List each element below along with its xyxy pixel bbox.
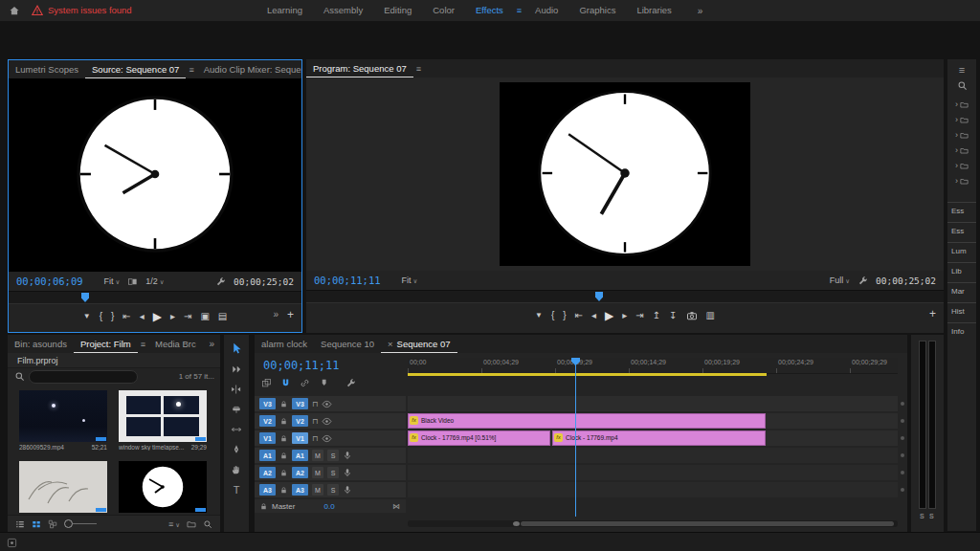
voiceover-mic-icon[interactable] [343,485,352,495]
project-item-thumbnail-clock[interactable] [119,461,207,513]
extract-button[interactable]: ↧ [669,311,677,320]
dock-panel-menu-icon[interactable]: ≡ [947,62,976,77]
source-patch-v2[interactable]: V2 [259,415,276,427]
meter-solo-right[interactable]: S [929,513,934,519]
tab-bin-sounds[interactable]: Bin: asounds [8,335,74,353]
workspace-tab-color[interactable]: Color [422,0,465,21]
overwrite-button[interactable]: ▤ [218,312,227,321]
dock-panel-label-libraries[interactable]: Lib [947,262,976,282]
project-search-input[interactable] [29,370,138,384]
mark-in-button[interactable]: { [100,312,102,321]
track-lock-icon[interactable] [279,486,288,495]
tab-sequence-alarm-clock[interactable]: alarm clock [255,335,314,353]
list-view-icon[interactable] [15,519,25,529]
source-zoom-select[interactable]: Fit∨ [104,276,121,286]
nest-toggle-icon[interactable] [261,378,272,388]
sort-icon[interactable]: ≡∨ [168,519,180,529]
insert-button[interactable]: ▣ [200,312,209,321]
dock-collapsed-bin-4[interactable]: › [947,143,976,158]
master-track-level[interactable]: 0.0 [323,502,334,511]
warning-text[interactable]: System issues found [48,0,132,21]
zoom-slider[interactable] [64,519,97,529]
project-item-label[interactable]: window sky timelapse...29;29 [119,444,207,451]
program-button-editor-add[interactable]: + [929,307,936,320]
source-scrubber[interactable] [9,291,301,304]
ripple-edit-tool[interactable] [231,379,242,399]
step-back-button[interactable]: ◂ [140,312,145,321]
dock-panel-label-history[interactable]: Hist [947,302,976,322]
snap-icon[interactable] [280,378,291,388]
source-playhead[interactable] [81,293,89,302]
dock-panel-label-info[interactable]: Info [947,322,976,342]
track-visibility-eye-icon[interactable] [322,433,332,444]
dock-collapsed-bin-5[interactable]: › [947,158,976,173]
new-bin-icon[interactable] [187,519,196,529]
track-target-a1[interactable]: A1 [292,450,308,461]
dock-panel-label-markers[interactable]: Mar [947,282,976,302]
add-marker-button[interactable]: ▼ [535,312,543,320]
status-icon[interactable] [7,538,17,548]
step-back-button[interactable]: ◂ [591,311,596,320]
program-panel-menu-icon[interactable]: ≡ [413,64,424,74]
track-select-forward-tool[interactable] [231,359,242,379]
mark-out-button[interactable]: } [563,311,566,320]
track-lock-icon[interactable] [279,417,288,426]
project-tabs-overflow-icon[interactable]: » [203,339,220,349]
find-icon[interactable] [203,519,212,529]
export-frame-button[interactable] [686,310,698,321]
source-button-editor-overflow-icon[interactable]: » [273,309,278,320]
tab-source-sequence[interactable]: Source: Sequence 07 [85,60,186,78]
tab-project-film[interactable]: Project: Film [74,335,138,353]
workspace-tab-effects[interactable]: Effects [465,0,514,21]
sync-lock-icon[interactable]: ⊓ [312,417,318,426]
track-target-v3[interactable]: V3 [292,398,308,409]
track-lock-icon[interactable] [279,434,288,443]
freeform-view-icon[interactable] [48,519,57,529]
tab-sequence-10[interactable]: Sequence 10 [314,335,381,353]
timeline-settings-wrench-icon[interactable] [345,378,356,388]
project-item-thumbnail-window-sky[interactable] [119,390,207,442]
project-panel-menu-icon[interactable]: ≡ [138,340,148,349]
track-lock-icon[interactable] [279,452,288,460]
dock-search-icon[interactable] [947,77,976,93]
track-visibility-eye-icon[interactable] [322,399,332,409]
solo-button-a1[interactable]: S [327,450,339,461]
track-lane-v3[interactable] [408,396,898,411]
go-to-in-button[interactable]: ⇤ [122,312,130,321]
pen-tool[interactable] [231,439,242,459]
dock-collapsed-bin-1[interactable]: › [947,97,976,112]
dock-collapsed-bin-6[interactable]: › [947,173,976,188]
track-lane-a3[interactable] [408,482,898,497]
mute-button-a1[interactable]: M [312,450,323,461]
source-patch-a3[interactable]: A3 [259,484,276,496]
source-dual-view-icon[interactable] [127,276,138,287]
project-item-thumbnail-night-sky[interactable] [19,390,107,442]
program-viewer[interactable] [306,77,944,271]
track-target-a2[interactable]: A2 [292,467,308,478]
track-lane-v1[interactable]: fx Clock - 17769.mp4 [0.51%] fx Clock - … [408,430,898,446]
timeline-playhead-line[interactable] [575,364,576,517]
workspace-tab-audio[interactable]: Audio [524,0,568,21]
go-to-in-button[interactable]: ⇤ [575,311,583,320]
timeline-timecode[interactable]: 00;00;11;11 [263,359,339,372]
comparison-view-button[interactable]: ▥ [706,311,715,320]
sync-lock-icon[interactable]: ⊓ [312,400,318,408]
dock-panel-label-essential-graphics[interactable]: Ess [947,222,976,242]
track-lock-icon[interactable] [259,502,268,511]
dock-panel-label-essential-sound[interactable]: Ess [947,202,976,222]
step-forward-button[interactable]: ▸ [170,312,175,321]
track-lane-a1[interactable] [408,448,898,463]
program-settings-wrench-icon[interactable] [858,276,868,286]
tab-sequence-07[interactable]: × Sequence 07 [381,335,457,353]
solo-button-a3[interactable]: S [327,484,339,496]
meter-solo-left[interactable]: S [920,513,924,519]
clip-black-video[interactable]: fx Black Video [408,413,766,429]
source-resolution-select[interactable]: 1/2∨ [145,276,164,286]
add-marker-button[interactable]: ▼ [83,313,91,320]
program-zoom-select[interactable]: Fit∨ [402,276,418,285]
source-viewer[interactable] [9,78,301,272]
dock-panel-label-lum[interactable]: Lum [947,242,976,262]
program-scrubber[interactable] [306,290,944,303]
track-target-v2[interactable]: V2 [292,415,308,427]
source-panel-menu-icon[interactable]: ≡ [186,65,196,75]
